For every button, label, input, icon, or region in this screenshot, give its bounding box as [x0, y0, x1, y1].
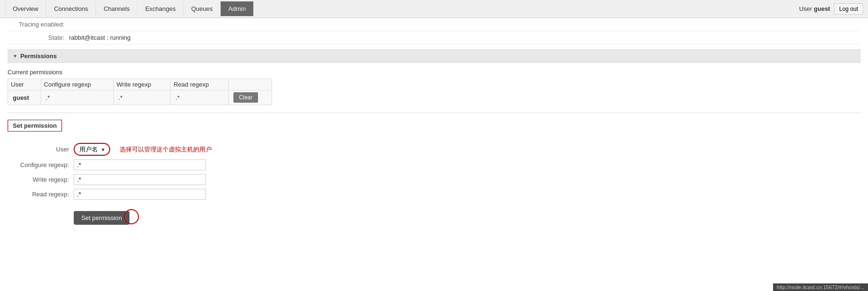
tab-queues[interactable]: Queues: [184, 1, 221, 16]
write-form-label: Write regexp:: [8, 176, 74, 183]
row-write: .*: [113, 90, 171, 105]
state-value: rabbit@itcast : running: [69, 34, 130, 41]
row-read: .*: [171, 90, 228, 105]
col-write: Write regexp: [113, 79, 171, 90]
state-label: State:: [8, 34, 69, 41]
nav-right: User guest Log out: [799, 3, 863, 15]
permissions-table: User Configure regexp Write regexp Read …: [8, 79, 272, 105]
main-content: Tracing enabled: State: rabbit@itcast : …: [0, 18, 868, 232]
configure-form-row: Configure regexp:: [8, 159, 860, 170]
col-actions: [228, 79, 272, 90]
col-user: User: [8, 79, 41, 90]
write-regexp-input[interactable]: [74, 174, 206, 185]
status-bar: http://node.itcast.cn:15672/#/vhosts/...: [773, 283, 868, 291]
status-url: http://node.itcast.cn:15672/#/vhosts/...: [777, 284, 864, 290]
tab-exchanges[interactable]: Exchanges: [138, 1, 183, 16]
read-regexp-input[interactable]: [74, 189, 206, 200]
user-select-wrapper: 用户名 ▼ 选择可以管理这个虚拟主机的用户: [74, 143, 212, 156]
configure-form-label: Configure regexp:: [8, 161, 74, 168]
read-form-label: Read regexp:: [8, 191, 74, 198]
divider: [8, 113, 860, 113]
row-action: Clear: [228, 90, 272, 105]
user-form-row: User 用户名 ▼ 选择可以管理这个虚拟主机的用户: [8, 143, 860, 156]
row-configure: .*: [41, 90, 113, 105]
table-row: guest .* .* .* Clear: [8, 90, 272, 105]
user-label: User guest: [799, 5, 830, 12]
read-form-row: Read regexp:: [8, 189, 860, 200]
tab-connections[interactable]: Connections: [46, 1, 96, 16]
user-select-container[interactable]: 用户名 ▼: [74, 143, 110, 156]
tab-overview[interactable]: Overview: [5, 1, 46, 16]
logout-button[interactable]: Log out: [834, 3, 863, 15]
tab-admin[interactable]: Admin: [221, 1, 254, 16]
tracing-label: Tracing enabled:: [8, 21, 69, 28]
user-select[interactable]: 用户名: [75, 144, 109, 155]
user-form-label: User: [8, 146, 74, 153]
permissions-section-header[interactable]: ▼ Permissions: [8, 49, 860, 63]
col-configure: Configure regexp: [41, 79, 113, 90]
set-permission-header: Set permission: [8, 120, 62, 132]
set-permission-header-wrapper: Set permission: [8, 118, 860, 137]
set-permission-button[interactable]: Set permission: [74, 211, 129, 225]
write-form-row: Write regexp:: [8, 174, 860, 185]
set-permission-button-wrapper: Set permission: [74, 208, 129, 225]
top-navigation: Overview Connections Channels Exchanges …: [0, 0, 868, 18]
clear-button[interactable]: Clear: [233, 92, 258, 103]
row-user: guest: [8, 90, 41, 105]
current-permissions-label: Current permissions: [8, 67, 860, 76]
tab-channels[interactable]: Channels: [96, 1, 138, 16]
hint-text: 选择可以管理这个虚拟主机的用户: [120, 145, 212, 154]
section-arrow: ▼: [13, 53, 17, 59]
configure-regexp-input[interactable]: [74, 159, 206, 170]
tracing-row: Tracing enabled:: [8, 18, 860, 31]
state-row: State: rabbit@itcast : running: [8, 31, 860, 44]
user-name: guest: [814, 5, 830, 12]
col-read: Read regexp: [171, 79, 228, 90]
permissions-section-title: Permissions: [20, 53, 57, 60]
